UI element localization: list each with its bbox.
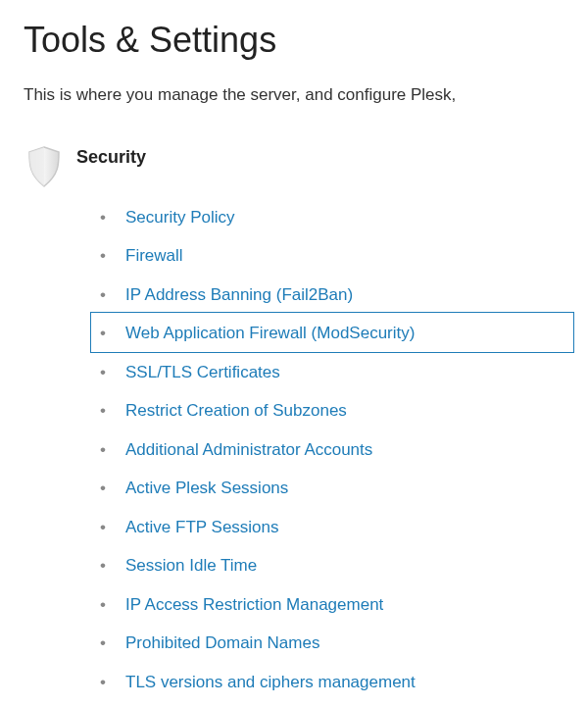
list-item: SSL/TLS Certificates	[100, 353, 588, 392]
link-ssl-tls-certificates[interactable]: SSL/TLS Certificates	[125, 363, 280, 381]
list-item: Security Policy	[100, 198, 588, 237]
link-additional-admin-accounts[interactable]: Additional Administrator Accounts	[125, 440, 372, 459]
link-prohibited-domain-names[interactable]: Prohibited Domain Names	[125, 633, 319, 652]
link-restrict-creation-subzones[interactable]: Restrict Creation of Subzones	[125, 401, 347, 420]
link-active-ftp-sessions[interactable]: Active FTP Sessions	[125, 518, 279, 536]
list-item: Firewall	[100, 236, 588, 276]
list-item: Additional Administrator Accounts	[100, 430, 588, 470]
list-item: Session Idle Time	[100, 546, 588, 585]
link-firewall[interactable]: Firewall	[125, 246, 183, 265]
list-item: Restrict Creation of Subzones	[100, 391, 588, 430]
page-title: Tools & Settings	[24, 20, 588, 61]
link-ip-access-restriction[interactable]: IP Access Restriction Management	[125, 595, 383, 614]
link-security-policy[interactable]: Security Policy	[125, 208, 234, 227]
list-item: Web Application Firewall (ModSecurity)	[100, 314, 588, 353]
security-link-list: Security Policy Firewall IP Address Bann…	[24, 198, 588, 702]
list-item: TLS versions and ciphers management	[100, 663, 588, 702]
shield-icon	[24, 143, 65, 188]
list-item: Active Plesk Sessions	[100, 469, 588, 508]
link-session-idle-time[interactable]: Session Idle Time	[125, 556, 257, 575]
link-tls-versions-ciphers[interactable]: TLS versions and ciphers management	[125, 673, 416, 691]
link-web-application-firewall[interactable]: Web Application Firewall (ModSecurity)	[125, 324, 415, 342]
section-title: Security	[76, 143, 146, 168]
list-item: IP Address Banning (Fail2Ban)	[100, 276, 588, 315]
list-item: IP Access Restriction Management	[100, 585, 588, 625]
link-ip-address-banning[interactable]: IP Address Banning (Fail2Ban)	[125, 285, 353, 304]
page-description: This is where you manage the server, and…	[24, 82, 588, 108]
link-active-plesk-sessions[interactable]: Active Plesk Sessions	[125, 479, 288, 497]
section-header: Security	[24, 143, 588, 188]
list-item: Active FTP Sessions	[100, 508, 588, 547]
list-item: Prohibited Domain Names	[100, 624, 588, 663]
security-section: Security Security Policy Firewall IP Add…	[24, 143, 588, 702]
